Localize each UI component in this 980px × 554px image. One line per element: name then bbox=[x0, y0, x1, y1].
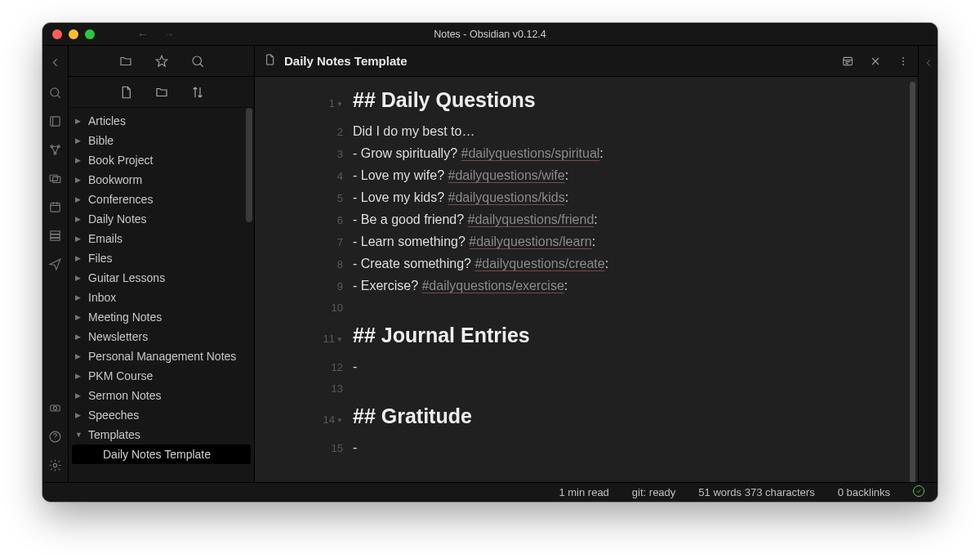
folder-toggle-icon[interactable]: ▶ bbox=[75, 274, 83, 282]
editor-line[interactable]: 7- Learn something? #dailyquestions/lear… bbox=[255, 231, 898, 253]
folder-item[interactable]: ▶Conferences bbox=[69, 190, 254, 209]
folder-toggle-icon[interactable]: ▶ bbox=[75, 136, 83, 145]
nav-back-button[interactable]: ← bbox=[137, 28, 149, 41]
folder-item[interactable]: ▶Bible bbox=[69, 131, 254, 150]
folder-item[interactable]: ▶Book Project bbox=[69, 150, 254, 170]
editor-line[interactable]: 14▼## Gratitude bbox=[255, 400, 898, 436]
folder-item[interactable]: ▶Daily Notes bbox=[69, 209, 254, 229]
editor-line[interactable]: 5- Love my kids? #dailyquestions/kids: bbox=[255, 187, 898, 209]
minimize-window-button[interactable] bbox=[69, 29, 78, 39]
folder-item[interactable]: ▶Emails bbox=[69, 229, 254, 248]
folder-item[interactable]: ▶Sermon Notes bbox=[69, 386, 254, 405]
editor-line[interactable]: 15- bbox=[255, 437, 898, 459]
files-tab-icon[interactable] bbox=[118, 54, 133, 69]
expand-right-sidebar-icon[interactable] bbox=[923, 57, 934, 69]
starred-tab-icon[interactable] bbox=[154, 54, 169, 69]
folder-item[interactable]: ▶PKM Course bbox=[69, 366, 254, 386]
folder-toggle-icon[interactable]: ▶ bbox=[75, 391, 83, 400]
book-icon[interactable] bbox=[48, 114, 62, 128]
folder-item[interactable]: ▶Speeches bbox=[69, 405, 254, 425]
folder-item[interactable]: ▶Personal Management Notes bbox=[69, 346, 254, 366]
folder-toggle-icon[interactable]: ▶ bbox=[75, 411, 83, 419]
note-header: Daily Notes Template bbox=[255, 46, 918, 77]
sidebar-scrollbar-thumb[interactable] bbox=[246, 108, 252, 222]
line-number: 3 bbox=[255, 144, 353, 165]
calendar-icon[interactable] bbox=[48, 200, 62, 214]
new-folder-icon[interactable] bbox=[154, 85, 169, 100]
cards-icon[interactable] bbox=[48, 172, 62, 185]
folder-toggle-icon[interactable]: ▶ bbox=[75, 352, 83, 360]
editor-line[interactable]: 2Did I do my best to… bbox=[255, 121, 898, 143]
folder-toggle-icon[interactable]: ▶ bbox=[75, 176, 83, 184]
hashtag-link[interactable]: #dailyquestions/kids bbox=[448, 190, 564, 204]
graph-icon[interactable] bbox=[48, 143, 62, 157]
preview-toggle-icon[interactable] bbox=[841, 55, 854, 68]
hashtag-link[interactable]: #dailyquestions/spiritual bbox=[461, 146, 599, 160]
folder-item[interactable]: ▶Guitar Lessons bbox=[69, 268, 254, 288]
folder-item[interactable]: ▶Bookworm bbox=[69, 170, 254, 190]
zoom-window-button[interactable] bbox=[85, 29, 95, 39]
hashtag-link[interactable]: #dailyquestions/exercise bbox=[421, 279, 564, 293]
help-icon[interactable] bbox=[48, 430, 62, 444]
status-sync-icon[interactable] bbox=[913, 485, 924, 499]
sort-icon[interactable] bbox=[190, 85, 205, 100]
file-tree[interactable]: ▶Articles▶Bible▶Book Project▶Bookworm▶Co… bbox=[69, 108, 254, 482]
line-number: 9 bbox=[255, 276, 353, 297]
svg-rect-12 bbox=[51, 203, 60, 212]
send-icon[interactable] bbox=[48, 257, 62, 271]
folder-toggle-icon[interactable]: ▶ bbox=[75, 117, 83, 125]
nav-forward-button[interactable]: → bbox=[163, 28, 175, 41]
editor[interactable]: 1▼## Daily Questions2Did I do my best to… bbox=[255, 77, 918, 482]
editor-line[interactable]: 11▼## Journal Entries bbox=[255, 319, 898, 355]
fold-icon[interactable]: ▼ bbox=[336, 336, 343, 343]
line-number: 12 bbox=[255, 357, 353, 378]
hashtag-link[interactable]: #dailyquestions/create bbox=[474, 257, 604, 270]
settings-icon[interactable] bbox=[48, 458, 62, 472]
folder-toggle-icon[interactable]: ▶ bbox=[75, 195, 83, 203]
close-window-button[interactable] bbox=[52, 29, 62, 39]
folder-toggle-icon[interactable]: ▶ bbox=[75, 215, 83, 223]
folder-toggle-icon[interactable]: ▶ bbox=[75, 313, 83, 321]
stack-icon[interactable] bbox=[48, 229, 62, 243]
search-tab-icon[interactable] bbox=[190, 54, 205, 69]
hashtag-link[interactable]: #dailyquestions/learn bbox=[469, 235, 591, 248]
folder-toggle-icon[interactable]: ▶ bbox=[75, 293, 83, 302]
search-icon[interactable] bbox=[48, 86, 62, 100]
svg-rect-10 bbox=[50, 175, 57, 181]
editor-line[interactable]: 10 bbox=[255, 297, 898, 319]
sidebar-scrollbar[interactable] bbox=[244, 108, 254, 482]
editor-line[interactable]: 9- Exercise? #dailyquestions/exercise: bbox=[255, 275, 898, 297]
hashtag-link[interactable]: #dailyquestions/wife bbox=[448, 168, 564, 182]
editor-line[interactable]: 3- Grow spiritually? #dailyquestions/spi… bbox=[255, 143, 898, 165]
line-number: 15 bbox=[255, 438, 353, 459]
file-item[interactable]: Daily Notes Template bbox=[72, 445, 251, 464]
record-icon[interactable] bbox=[48, 401, 62, 415]
folder-toggle-icon[interactable]: ▶ bbox=[75, 333, 83, 341]
editor-line[interactable]: 12- bbox=[255, 356, 898, 378]
folder-item[interactable]: ▶Files bbox=[69, 248, 254, 268]
fold-icon[interactable]: ▼ bbox=[336, 101, 343, 108]
folder-toggle-icon[interactable]: ▼ bbox=[75, 431, 83, 439]
editor-line[interactable]: 13 bbox=[255, 378, 898, 400]
folder-toggle-icon[interactable]: ▶ bbox=[75, 372, 83, 380]
editor-line[interactable]: 8- Create something? #dailyquestions/cre… bbox=[255, 253, 898, 275]
folder-toggle-icon[interactable]: ▶ bbox=[75, 254, 83, 262]
folder-toggle-icon[interactable]: ▶ bbox=[75, 156, 83, 164]
editor-scrollbar[interactable] bbox=[910, 82, 915, 482]
editor-line[interactable]: 1▼## Daily Questions bbox=[255, 83, 898, 119]
editor-line[interactable]: 4- Love my wife? #dailyquestions/wife: bbox=[255, 165, 898, 187]
close-note-icon[interactable] bbox=[869, 55, 882, 68]
more-icon[interactable] bbox=[897, 55, 910, 68]
svg-line-8 bbox=[51, 146, 55, 154]
editor-line[interactable]: 6- Be a good friend? #dailyquestions/fri… bbox=[255, 209, 898, 231]
folder-item[interactable]: ▶Meeting Notes bbox=[69, 307, 254, 327]
folder-item[interactable]: ▶Inbox bbox=[69, 288, 254, 307]
new-note-icon[interactable] bbox=[118, 85, 133, 100]
hashtag-link[interactable]: #dailyquestions/friend bbox=[468, 212, 595, 226]
fold-icon[interactable]: ▼ bbox=[336, 417, 343, 424]
folder-toggle-icon[interactable]: ▶ bbox=[75, 235, 83, 243]
folder-item[interactable]: ▼Templates bbox=[69, 425, 254, 445]
folder-item[interactable]: ▶Articles bbox=[69, 111, 254, 131]
collapse-sidebar-icon[interactable] bbox=[48, 56, 62, 69]
folder-item[interactable]: ▶Newsletters bbox=[69, 327, 254, 346]
